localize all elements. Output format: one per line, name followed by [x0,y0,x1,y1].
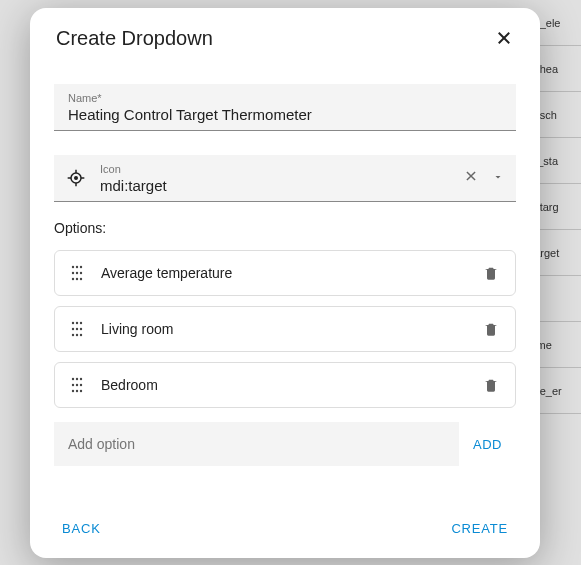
name-input[interactable] [68,106,502,123]
close-icon [495,29,513,47]
modal-footer: BACK CREATE [30,501,540,558]
option-row: Bedroom [54,362,516,408]
svg-point-17 [76,278,78,280]
svg-point-16 [72,278,74,280]
icon-field-inner: Icon [88,159,460,197]
icon-actions [460,165,508,191]
svg-point-24 [80,328,82,330]
delete-option-button[interactable] [479,373,503,397]
icon-input[interactable] [100,177,454,194]
svg-point-13 [72,272,74,274]
svg-point-18 [80,278,82,280]
svg-point-25 [72,334,74,336]
dropdown-arrow-button[interactable] [488,165,508,191]
drag-handle[interactable] [67,377,87,393]
svg-point-36 [80,390,82,392]
svg-point-26 [76,334,78,336]
svg-point-11 [76,266,78,268]
trash-icon [483,320,499,338]
back-button[interactable]: BACK [54,515,109,542]
name-label: Name* [68,92,502,104]
clear-icon-button[interactable] [460,165,482,191]
delete-option-button[interactable] [479,317,503,341]
svg-point-21 [80,322,82,324]
trash-icon [483,376,499,394]
modal-header: Create Dropdown [30,8,540,60]
trash-icon [483,264,499,282]
icon-label: Icon [100,163,454,175]
modal-title: Create Dropdown [56,27,213,50]
svg-point-31 [72,384,74,386]
drag-handle[interactable] [67,265,87,281]
option-row: Average temperature [54,250,516,296]
drag-handle[interactable] [67,321,87,337]
svg-point-35 [76,390,78,392]
option-label: Living room [101,321,479,337]
svg-point-15 [80,272,82,274]
drag-icon [71,321,83,337]
add-option-button[interactable]: ADD [459,437,516,452]
svg-point-22 [72,328,74,330]
option-label: Bedroom [101,377,479,393]
svg-point-23 [76,328,78,330]
option-label: Average temperature [101,265,479,281]
target-icon [64,166,88,190]
svg-point-3 [75,177,78,180]
create-dropdown-modal: Create Dropdown Name* Icon [30,8,540,558]
modal-body[interactable]: Name* Icon [30,60,540,501]
drag-icon [71,265,83,281]
svg-point-32 [76,384,78,386]
svg-point-10 [72,266,74,268]
chevron-down-icon [492,171,504,183]
add-option-row: ADD [54,422,516,466]
add-option-input[interactable] [54,422,459,466]
svg-point-30 [80,378,82,380]
svg-point-14 [76,272,78,274]
svg-point-12 [80,266,82,268]
create-button[interactable]: CREATE [443,515,516,542]
svg-point-28 [72,378,74,380]
options-label: Options: [54,220,516,236]
svg-point-20 [76,322,78,324]
icon-field[interactable]: Icon [54,155,516,202]
option-row: Living room [54,306,516,352]
svg-point-19 [72,322,74,324]
svg-point-33 [80,384,82,386]
clear-icon [464,169,478,183]
close-button[interactable] [492,26,516,50]
svg-point-29 [76,378,78,380]
name-field[interactable]: Name* [54,84,516,131]
svg-point-34 [72,390,74,392]
svg-point-27 [80,334,82,336]
drag-icon [71,377,83,393]
delete-option-button[interactable] [479,261,503,285]
